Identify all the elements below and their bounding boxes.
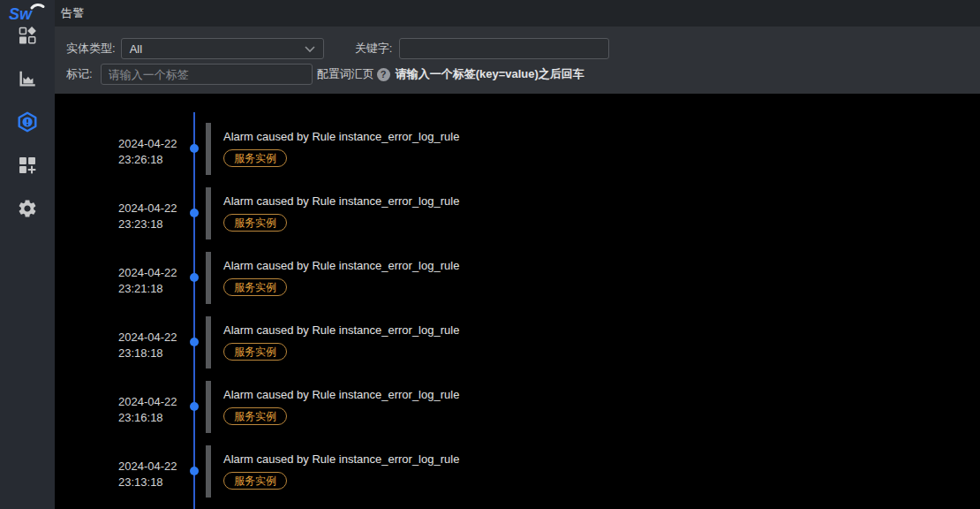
alarm-timestamp: 2024-04-22 23:13:18	[118, 459, 189, 490]
sidebar-item-dashboards[interactable]	[10, 27, 45, 48]
keyword-label: 关键字:	[355, 41, 393, 57]
chevron-down-icon	[305, 41, 315, 57]
help-icon[interactable]: ?	[377, 68, 390, 81]
timeline-dot-icon	[190, 338, 199, 346]
alarm-content: 2024-04-22 23:26:18 Alarm caused by Rule…	[55, 94, 980, 509]
svg-text:Sw: Sw	[9, 5, 33, 23]
sidebar-item-alerting[interactable]	[10, 113, 45, 134]
alarm-time: 23:13:18	[118, 475, 189, 490]
settings-gear-icon	[17, 198, 38, 223]
alarm-time: 23:16:18	[118, 410, 189, 426]
alarm-card: Alarm caused by Rule instance_error_log_…	[206, 187, 962, 239]
filter-bar: 实体类型: All 关键字: 标记: 配置词汇页 ? 请输入一个标签(key=v…	[55, 27, 980, 94]
chart-icon	[18, 69, 37, 92]
dashboard-icon	[18, 26, 37, 49]
entity-type-value: All	[130, 42, 142, 56]
alarm-message: Alarm caused by Rule instance_error_log_…	[223, 388, 962, 401]
timeline-dot-icon	[190, 273, 199, 282]
alarm-time: 23:21:18	[118, 281, 189, 297]
keyword-input[interactable]	[399, 38, 609, 59]
alarm-message: Alarm caused by Rule instance_error_log_…	[223, 194, 962, 208]
timeline-dot-icon	[190, 144, 199, 153]
alarm-date: 2024-04-22	[118, 201, 189, 217]
filter-row-2: 标记: 配置词汇页 ? 请输入一个标签(key=value)之后回车	[66, 64, 969, 85]
alarm-scope-tag[interactable]: 服务实例	[223, 472, 287, 490]
alarm-list-item[interactable]: 2024-04-22 23:13:18 Alarm caused by Rule…	[55, 445, 980, 509]
alarm-timeline: 2024-04-22 23:26:18 Alarm caused by Rule…	[55, 123, 980, 509]
timeline-dot-icon	[190, 467, 199, 475]
alarm-date: 2024-04-22	[118, 459, 189, 475]
alarm-timestamp: 2024-04-22 23:23:18	[118, 201, 189, 232]
timeline-dot-icon	[190, 402, 199, 411]
tag-hint-text: 请输入一个标签(key=value)之后回车	[396, 66, 584, 82]
alarm-date: 2024-04-22	[118, 394, 189, 410]
alarm-date: 2024-04-22	[118, 136, 189, 152]
page-title: 告警	[61, 5, 85, 21]
alarm-list-item[interactable]: 2024-04-22 23:16:18 Alarm caused by Rule…	[55, 381, 980, 445]
alarm-time: 23:18:18	[118, 346, 189, 361]
alarm-scope-tag[interactable]: 服务实例	[223, 278, 287, 296]
alarm-list-item[interactable]: 2024-04-22 23:21:18 Alarm caused by Rule…	[55, 252, 980, 316]
timeline-dot-icon	[190, 209, 199, 217]
alarm-timestamp: 2024-04-22 23:26:18	[118, 136, 189, 168]
sidebar-item-marketplace[interactable]	[10, 156, 45, 178]
alarm-list-item[interactable]: 2024-04-22 23:18:18 Alarm caused by Rule…	[55, 316, 980, 381]
widgets-add-icon	[18, 156, 37, 179]
alarm-date: 2024-04-22	[118, 330, 189, 346]
alarm-message: Alarm caused by Rule instance_error_log_…	[223, 452, 962, 466]
alarm-scope-tag[interactable]: 服务实例	[223, 343, 287, 361]
entity-type-select[interactable]: All	[121, 38, 324, 59]
config-vocabulary-link[interactable]: 配置词汇页	[317, 66, 374, 82]
alarm-list-item[interactable]: 2024-04-22 23:23:18 Alarm caused by Rule…	[55, 187, 980, 252]
alarm-time: 23:23:18	[118, 217, 189, 232]
sidebar-item-metrics[interactable]	[10, 70, 45, 91]
alarm-card: Alarm caused by Rule instance_error_log_…	[206, 252, 962, 304]
main-area: 告警 实体类型: All 关键字: 标记: 配置词汇页 ? 请输入一个标签(	[55, 0, 980, 509]
sidebar-item-settings[interactable]	[10, 200, 45, 221]
alarm-timestamp: 2024-04-22 23:21:18	[118, 265, 189, 297]
alarm-scope-tag[interactable]: 服务实例	[223, 407, 287, 425]
alarm-timestamp: 2024-04-22 23:18:18	[118, 330, 189, 361]
tag-label: 标记:	[66, 66, 93, 82]
alarm-message: Alarm caused by Rule instance_error_log_…	[223, 130, 962, 143]
alarm-date: 2024-04-22	[118, 265, 189, 281]
skywalking-logo-icon: Sw	[7, 1, 48, 26]
alarm-card: Alarm caused by Rule instance_error_log_…	[206, 123, 962, 175]
alarm-timestamp: 2024-04-22 23:16:18	[118, 394, 189, 426]
app-window: Sw	[0, 0, 980, 509]
page-header: 告警	[55, 0, 980, 27]
alarm-scope-tag[interactable]: 服务实例	[223, 149, 287, 167]
sidebar: Sw	[0, 0, 55, 509]
alarm-list-item[interactable]: 2024-04-22 23:26:18 Alarm caused by Rule…	[55, 123, 980, 187]
alarm-message: Alarm caused by Rule instance_error_log_…	[223, 323, 962, 337]
alarm-card: Alarm caused by Rule instance_error_log_…	[206, 381, 962, 433]
tag-input[interactable]	[101, 64, 313, 85]
alarm-card: Alarm caused by Rule instance_error_log_…	[206, 445, 962, 498]
skywalking-logo: Sw	[0, 0, 55, 27]
filter-row-1: 实体类型: All 关键字:	[66, 38, 969, 59]
entity-type-label: 实体类型:	[66, 41, 116, 57]
alarm-time: 23:26:18	[118, 152, 189, 168]
alarm-card: Alarm caused by Rule instance_error_log_…	[206, 316, 962, 368]
alarm-scope-tag[interactable]: 服务实例	[223, 214, 287, 232]
alarm-message: Alarm caused by Rule instance_error_log_…	[223, 259, 962, 272]
alarm-icon	[17, 111, 38, 136]
